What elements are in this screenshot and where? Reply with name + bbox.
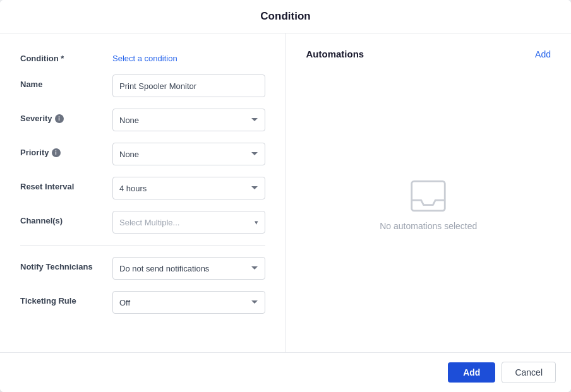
reset-interval-select[interactable]: 4 hours 1 hour 2 hours 8 hours 24 hours [112,177,265,199]
channels-label: Channel(s) [20,211,102,225]
svg-rect-0 [412,181,445,211]
reset-interval-label: Reset Interval [20,177,102,191]
automations-empty-text: No automations selected [380,221,477,231]
name-row: Name [20,74,265,97]
notify-select[interactable]: Do not send notifications All technician… [112,257,265,280]
automations-title: Automations [306,49,364,59]
automations-empty-state: No automations selected [306,72,551,337]
severity-row: Severity i None Low Medium High Critical [20,109,265,131]
severity-select[interactable]: None Low Medium High Critical [112,109,265,131]
condition-row: Condition * Select a condition [20,49,265,63]
right-panel: Automations Add No automations selected [286,33,572,352]
automations-add-link[interactable]: Add [535,49,551,59]
name-input[interactable] [112,74,265,97]
name-label: Name [20,74,102,89]
condition-label: Condition * [20,49,102,63]
modal-header: Condition [0,0,571,33]
modal-footer: Add Cancel [0,352,571,392]
modal-container: Condition Condition * Select a condition… [0,0,571,392]
channels-placeholder: Select Multiple... [119,218,255,227]
priority-select[interactable]: None Low Medium High [112,143,265,165]
severity-label: Severity i [20,109,102,123]
priority-label: Priority i [20,143,102,157]
channels-multiselect[interactable]: Select Multiple... ▾ [112,211,265,234]
chevron-down-icon: ▾ [255,218,258,227]
channels-row: Channel(s) Select Multiple... ▾ [20,211,265,234]
priority-info-icon[interactable]: i [52,148,61,157]
left-panel: Condition * Select a condition Name Seve… [0,33,286,352]
ticketing-select[interactable]: Off On [112,291,265,314]
notify-row: Notify Technicians Do not send notificat… [20,257,265,280]
select-condition-link[interactable]: Select a condition [112,49,177,63]
inbox-icon [409,179,447,213]
modal-title: Condition [260,10,310,22]
notify-label: Notify Technicians [20,257,102,271]
modal-body: Condition * Select a condition Name Seve… [0,33,571,352]
severity-info-icon[interactable]: i [55,114,64,123]
priority-row: Priority i None Low Medium High [20,143,265,165]
add-button[interactable]: Add [448,362,495,383]
reset-interval-row: Reset Interval 4 hours 1 hour 2 hours 8 … [20,177,265,199]
ticketing-row: Ticketing Rule Off On [20,291,265,314]
ticketing-label: Ticketing Rule [20,291,102,306]
divider [20,245,265,246]
automations-header: Automations Add [306,49,551,59]
cancel-button[interactable]: Cancel [502,362,556,383]
